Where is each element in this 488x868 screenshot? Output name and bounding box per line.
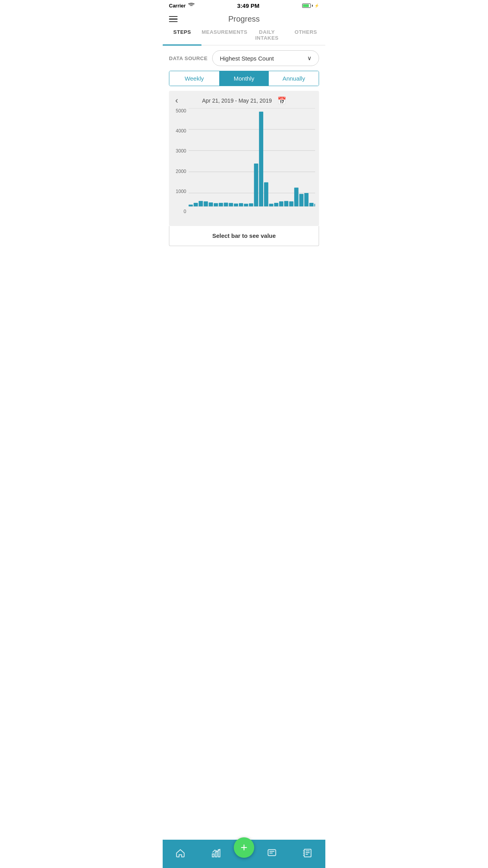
bolt-icon: ⚡ [314, 4, 319, 8]
bar-5[interactable] [214, 203, 218, 206]
bar-1[interactable] [194, 203, 198, 206]
bar-10[interactable] [239, 203, 243, 206]
status-right: ⚡ [302, 4, 319, 8]
status-time: 3:49 PM [237, 2, 259, 9]
chevron-down-icon: ∨ [307, 55, 312, 62]
bar-9[interactable] [234, 204, 238, 206]
tab-monthly[interactable]: Monthly [219, 71, 269, 86]
select-bar-text: Select bar to see value [212, 232, 276, 239]
y-label-0: 0 [170, 209, 186, 214]
y-label-2000: 2000 [170, 169, 186, 174]
page-title: Progress [228, 15, 260, 24]
bar-22[interactable] [299, 194, 304, 206]
bar-3[interactable] [204, 201, 208, 206]
bar-7[interactable] [224, 202, 228, 206]
bar-15[interactable] [264, 182, 268, 206]
tab-others[interactable]: OTHERS [286, 25, 325, 45]
data-source-value: Highest Steps Count [220, 55, 274, 62]
bar-14[interactable] [259, 112, 263, 206]
chart-nav: ‹ Apr 21, 2019 - May 21, 2019 📅 [169, 95, 319, 108]
status-bar: Carrier 3:49 PM ⚡ [163, 0, 325, 11]
bar-17[interactable] [274, 203, 279, 206]
main-tabs: STEPS MEASUREMENTS DAILY INTAKES OTHERS [163, 25, 325, 46]
carrier-label: Carrier [169, 3, 186, 9]
bar-23[interactable] [304, 193, 308, 206]
wifi-icon [188, 3, 194, 9]
date-range: Apr 21, 2019 - May 21, 2019 [202, 97, 272, 104]
bar-24[interactable] [309, 203, 314, 206]
tab-steps[interactable]: STEPS [163, 25, 202, 45]
bar-19[interactable] [284, 201, 288, 206]
hamburger-menu[interactable] [169, 16, 178, 22]
bar-18[interactable] [279, 201, 283, 206]
tab-weekly[interactable]: Weekly [169, 71, 219, 86]
bar-0[interactable] [189, 204, 193, 206]
bar-chart-svg [189, 108, 315, 214]
header: Progress [163, 11, 325, 25]
bar-8[interactable] [229, 203, 233, 206]
y-axis: 5000 4000 3000 2000 1000 0 [169, 108, 189, 214]
status-left: Carrier [169, 3, 194, 9]
bar-chart-area: 5000 4000 3000 2000 1000 0 [169, 108, 319, 222]
prev-arrow[interactable]: ‹ [175, 96, 178, 106]
data-source-dropdown[interactable]: Highest Steps Count ∨ [212, 50, 319, 66]
y-label-4000: 4000 [170, 128, 186, 134]
y-label-3000: 3000 [170, 148, 186, 154]
y-label-5000: 5000 [170, 108, 186, 114]
tab-annually[interactable]: Annually [269, 71, 319, 86]
bar-12[interactable] [249, 203, 253, 206]
y-label-1000: 1000 [170, 189, 186, 194]
bar-25[interactable] [314, 204, 315, 206]
tab-measurements[interactable]: MEASUREMENTS [202, 25, 248, 45]
battery-icon [302, 4, 313, 8]
bar-21[interactable] [294, 188, 299, 206]
chart-container: ‹ Apr 21, 2019 - May 21, 2019 📅 5000 400… [169, 91, 319, 226]
bar-16[interactable] [269, 204, 273, 206]
bar-4[interactable] [209, 202, 213, 206]
bar-20[interactable] [289, 201, 294, 206]
calendar-icon[interactable]: 📅 [277, 96, 286, 105]
select-bar-box: Select bar to see value [169, 226, 319, 246]
period-tabs: Weekly Monthly Annually [169, 71, 319, 86]
bar-6[interactable] [219, 203, 223, 206]
data-source-label: DATA SOURCE [169, 55, 207, 61]
tab-daily-intakes[interactable]: DAILY INTAKES [248, 25, 286, 45]
data-source-row: DATA SOURCE Highest Steps Count ∨ [163, 46, 325, 71]
bar-2[interactable] [199, 201, 203, 206]
bar-13[interactable] [254, 164, 258, 206]
bar-11[interactable] [244, 204, 248, 206]
